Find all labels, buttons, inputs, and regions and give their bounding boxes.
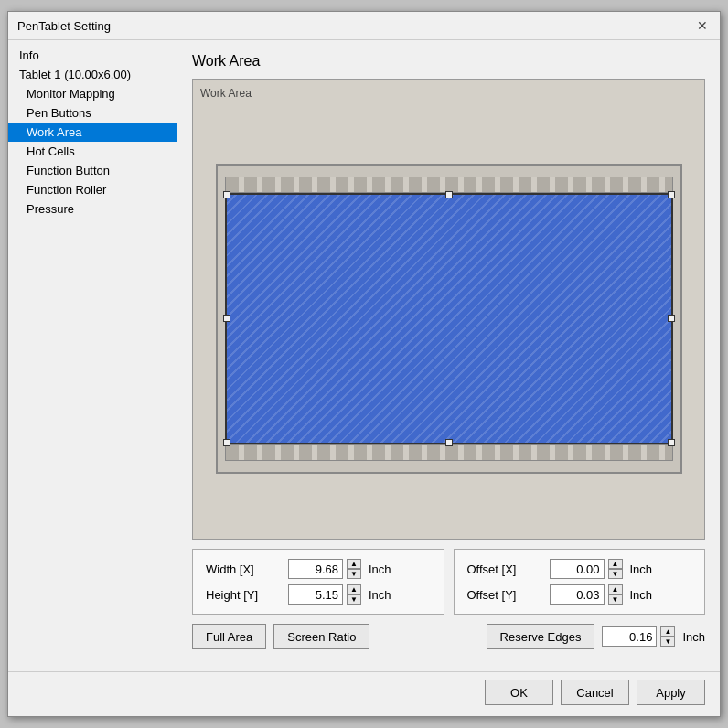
- handle-top-left[interactable]: [223, 191, 230, 198]
- height-up-button[interactable]: ▲: [347, 584, 361, 594]
- sidebar-item-pen-buttons[interactable]: Pen Buttons: [8, 103, 177, 123]
- offset-y-up-button[interactable]: ▲: [608, 584, 623, 594]
- close-button[interactable]: ✕: [694, 17, 711, 34]
- handle-top-middle[interactable]: [445, 191, 453, 198]
- sidebar-item-monitor-mapping[interactable]: Monitor Mapping: [8, 84, 177, 103]
- content-area: Work Area Work Area: [177, 40, 720, 671]
- reserve-edges-down-button[interactable]: ▼: [660, 637, 675, 647]
- offset-x-input[interactable]: [550, 559, 605, 579]
- reserve-edges-button[interactable]: Reserve Edges: [487, 624, 595, 649]
- handle-bottom-middle[interactable]: [445, 439, 453, 446]
- offset-x-up-button[interactable]: ▲: [608, 559, 623, 569]
- work-area-label: Work Area: [200, 87, 697, 100]
- handle-middle-left[interactable]: [223, 315, 230, 322]
- sidebar-item-info[interactable]: Info: [8, 46, 177, 65]
- height-input-group: ▲ ▼ Inch: [288, 584, 391, 605]
- tablet-outer: [216, 164, 682, 474]
- height-input[interactable]: [288, 584, 343, 605]
- screen-ratio-button[interactable]: Screen Ratio: [273, 624, 369, 649]
- handle-top-right[interactable]: [668, 191, 675, 198]
- width-input[interactable]: [288, 559, 343, 579]
- offset-y-row: Offset [Y] ▲ ▼ Inch: [467, 584, 692, 605]
- reserve-edges-unit: Inch: [682, 630, 705, 644]
- sidebar-item-pressure[interactable]: Pressure: [8, 199, 177, 219]
- offset-y-unit: Inch: [630, 588, 653, 602]
- offset-x-unit: Inch: [630, 562, 653, 576]
- full-area-button[interactable]: Full Area: [192, 624, 266, 649]
- height-label: Height [Y]: [206, 588, 288, 602]
- height-row: Height [Y] ▲ ▼ Inch: [206, 584, 431, 605]
- offset-y-input-group: ▲ ▼ Inch: [550, 584, 653, 605]
- width-down-button[interactable]: ▼: [347, 569, 361, 579]
- handle-bottom-left[interactable]: [223, 439, 230, 446]
- title-bar: PenTablet Setting ✕: [8, 12, 720, 40]
- width-input-group: ▲ ▼ Inch: [288, 559, 391, 579]
- window-title: PenTablet Setting: [17, 19, 111, 33]
- width-label: Width [X]: [206, 562, 288, 576]
- sidebar-item-function-button[interactable]: Function Button: [8, 161, 177, 180]
- offset-x-down-button[interactable]: ▼: [608, 569, 623, 579]
- controls-section: Width [X] ▲ ▼ Inch Height [Y]: [192, 549, 705, 615]
- tablet-visual-container: [200, 105, 697, 531]
- width-spinner: ▲ ▼: [347, 559, 361, 579]
- reserve-edges-input[interactable]: [602, 626, 657, 647]
- offset-box: Offset [X] ▲ ▼ Inch Offset [Y]: [454, 549, 706, 615]
- offset-x-input-group: ▲ ▼ Inch: [550, 559, 653, 579]
- sidebar: Info Tablet 1 (10.00x6.00) Monitor Mappi…: [8, 40, 177, 671]
- offset-x-label: Offset [X]: [467, 562, 550, 576]
- main-window: PenTablet Setting ✕ Info Tablet 1 (10.00…: [7, 11, 721, 717]
- page-title: Work Area: [192, 53, 705, 70]
- ok-button[interactable]: OK: [485, 680, 553, 705]
- main-content: Info Tablet 1 (10.00x6.00) Monitor Mappi…: [8, 40, 720, 671]
- offset-y-down-button[interactable]: ▼: [608, 594, 623, 605]
- sidebar-item-work-area[interactable]: Work Area: [8, 123, 177, 142]
- width-row: Width [X] ▲ ▼ Inch: [206, 559, 431, 579]
- apply-button[interactable]: Apply: [637, 680, 705, 705]
- tablet-inner: [225, 193, 673, 444]
- offset-x-row: Offset [X] ▲ ▼ Inch: [467, 559, 692, 579]
- dialog-buttons: OK Cancel Apply: [8, 671, 720, 716]
- sidebar-item-function-roller[interactable]: Function Roller: [8, 180, 177, 199]
- width-unit: Inch: [369, 562, 391, 576]
- handle-middle-right[interactable]: [668, 315, 675, 322]
- width-up-button[interactable]: ▲: [347, 559, 361, 569]
- height-spinner: ▲ ▼: [347, 584, 361, 605]
- height-down-button[interactable]: ▼: [347, 594, 361, 605]
- reserve-edges-up-button[interactable]: ▲: [660, 626, 675, 637]
- action-buttons-row: Full Area Screen Ratio Reserve Edges ▲ ▼…: [192, 624, 705, 649]
- offset-y-spinner: ▲ ▼: [608, 584, 623, 605]
- reserve-edges-input-group: ▲ ▼ Inch: [602, 626, 705, 647]
- height-unit: Inch: [369, 588, 391, 602]
- cancel-button[interactable]: Cancel: [561, 680, 629, 705]
- offset-y-label: Offset [Y]: [467, 588, 550, 602]
- reserve-edges-spinner: ▲ ▼: [660, 626, 675, 647]
- handle-bottom-right[interactable]: [668, 439, 675, 446]
- offset-x-spinner: ▲ ▼: [608, 559, 623, 579]
- work-area-box: Work Area: [192, 79, 705, 540]
- tablet-border-bottom: [225, 444, 673, 461]
- sidebar-item-hot-cells[interactable]: Hot Cells: [8, 142, 177, 161]
- dimensions-box: Width [X] ▲ ▼ Inch Height [Y]: [192, 549, 444, 615]
- offset-y-input[interactable]: [550, 584, 605, 605]
- sidebar-item-tablet[interactable]: Tablet 1 (10.00x6.00): [8, 65, 177, 84]
